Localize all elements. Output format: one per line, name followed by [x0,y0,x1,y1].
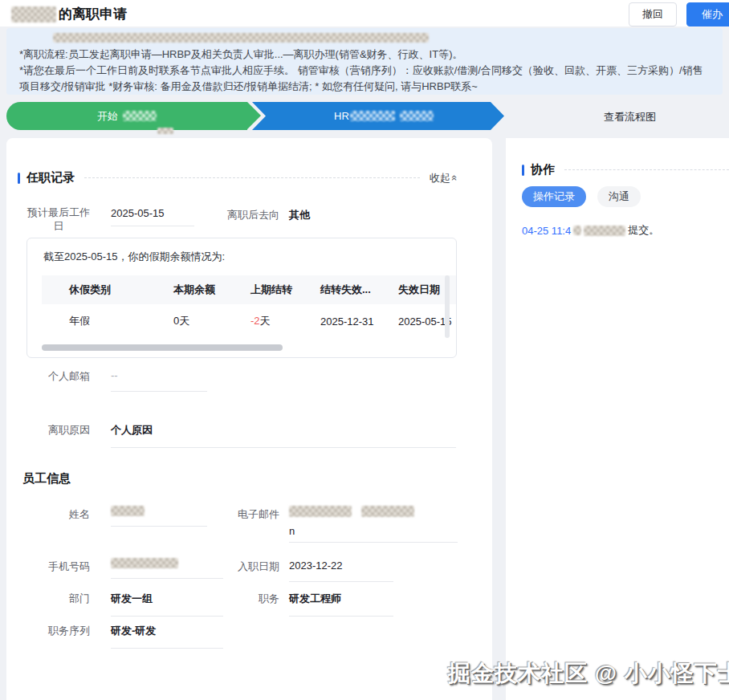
job-title-label: 职务 [214,592,279,606]
hire-date-label: 入职日期 [214,560,279,574]
workflow-step-start[interactable]: 开始 [6,102,247,130]
department-value: 研发一组 [111,592,223,617]
dashed-divider [84,177,420,178]
sidebar-tabs: 操作记录 沟通 [522,186,641,207]
whereabouts-label: 离职后去向 [217,208,279,222]
step-start-label: 开始 [97,109,118,124]
col-carry-over: 上期结转 [250,283,320,297]
sidebar-title: 协作 [531,162,555,177]
cell-balance: 0天 [173,314,250,328]
col-carry-expire: 结转失效... [320,283,398,297]
personal-email-label: 个人邮箱 [22,369,90,384]
view-flowchart-link[interactable]: 查看流程图 [604,110,656,124]
name-value [111,504,207,527]
blurred-hr-approver [400,111,434,121]
sidebar-header: 协作 [522,162,729,177]
watermark: 掘金技术社区 @ 小小怪下士 [448,658,729,689]
urge-button[interactable]: 催办 [686,2,729,26]
blurred-employee-name [11,6,56,22]
email-value: n [289,504,458,543]
sidebar-dashed-divider [564,169,729,170]
blurred-phone-value [111,558,178,568]
vacation-note: 截至2025-05-15，你的假期余额情况为: [43,250,225,264]
job-title-value: 研发工程师 [289,592,393,617]
notice-line-detail: *请您在最后一个工作日前及时联系各节点审批人相应手续。 销管审核（营销序列）：应… [19,63,710,95]
blurred-hr-step-name [350,111,395,121]
last-day-label: 预计最后工作日 [27,206,90,233]
resignation-detail-card: 任职记录 收起« 预计最后工作日 2025-05-15 离职后去向 其他 截至2… [6,138,492,700]
blurred-fragment [157,128,173,134]
cell-expire-date: 2025-12-31 [320,315,398,328]
email-label: 电子邮件 [214,507,279,522]
collaboration-sidebar: 协作 操作记录 沟通 04-25 11:4 提交。 [506,138,729,700]
name-label: 姓名 [22,507,90,522]
notice-banner: *离职流程:员工发起离职申请—HRBP及相关负责人审批...—离职办理(销管&财… [6,28,723,95]
hire-date-value: 2023-12-22 [289,560,393,582]
last-day-value: 2025-05-15 [111,207,194,226]
blurred-email-part2 [361,506,414,517]
log-timestamp: 04-25 11:4 [522,225,571,237]
blurred-log-minute [573,226,581,235]
personal-email-value: -- [111,369,207,392]
email-tail: n [289,525,458,537]
operation-log-entry: 04-25 11:4 提交。 [522,223,659,238]
log-action: 提交。 [628,223,659,238]
job-sequence-label: 职务序列 [22,624,90,638]
page-header: 的离职申请 撤回 催办 [0,0,729,26]
vacation-table-header: 休假类别 本期余额 上期结转 结转失效... 失效日期 [42,275,457,304]
horizontal-scrollbar[interactable] [42,344,283,351]
collapse-link[interactable]: 收起« [430,171,458,185]
table-row: 年假 0天 -2天 2025-12-31 2025-05-15 [42,304,457,338]
notice-line-flow: *离职流程:员工发起离职申请—HRBP及相关负责人审批...—离职办理(销管&财… [19,47,710,63]
job-sequence-value: 研发-研发 [111,624,223,649]
blurred-name-value [111,506,145,516]
reason-label: 离职原因 [22,423,90,438]
records-section-title: 任职记录 [26,170,75,185]
table-right-shadow [445,275,450,338]
blurred-notice-line [53,33,429,43]
section-header-records: 任职记录 收起« [18,170,458,185]
carry-negative-value: -2 [250,315,260,327]
workflow-step-hr-approval[interactable]: HR [252,102,504,130]
phone-label: 手机号码 [22,560,90,574]
page-title-row: 的离职申请 [11,5,127,23]
blurred-log-user [584,226,625,236]
blurred-email-part1 [289,506,352,517]
col-leave-type: 休假类别 [51,283,173,297]
tab-operation-log[interactable]: 操作记录 [522,186,586,207]
chevron-up-icon: « [449,174,461,180]
tab-communication[interactable]: 沟通 [597,186,641,207]
cell-leave-type: 年假 [51,314,173,328]
department-label: 部门 [22,592,90,606]
whereabouts-value: 其他 [289,208,310,222]
withdraw-button[interactable]: 撤回 [629,2,677,26]
vacation-table: 休假类别 本期余额 上期结转 结转失效... 失效日期 年假 0天 -2天 20… [42,275,457,338]
cell-carry: -2天 [250,314,320,328]
vacation-balance-box: 截至2025-05-15，你的假期余额情况为: 休假类别 本期余额 上期结转 结… [26,238,457,358]
employee-section-title: 员工信息 [22,471,71,486]
page-title: 的离职申请 [59,5,127,23]
step-hr-label: HR [334,110,349,122]
sidebar-accent-bar [522,165,524,176]
col-current-balance: 本期余额 [173,283,250,297]
blurred-start-owner [123,111,157,121]
section-accent-bar [18,173,20,184]
reason-value: 个人原因 [111,423,456,448]
phone-value [111,556,223,579]
